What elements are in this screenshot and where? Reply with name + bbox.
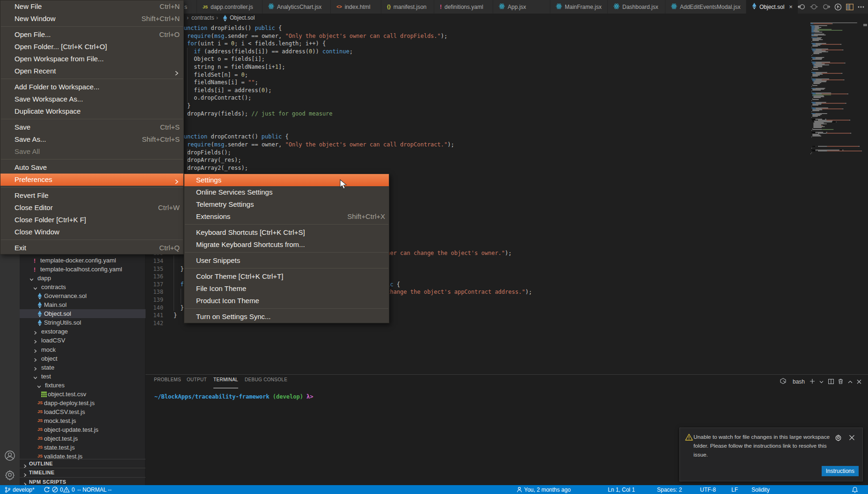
maximize-panel-icon[interactable]	[848, 378, 853, 386]
sidebar-section-timeline[interactable]: TIMELINE	[20, 468, 146, 477]
explorer-item-template-localhost.config.yaml[interactable]: !template-localhost.config.yaml	[20, 265, 146, 274]
status-warnings[interactable]: 0	[63, 485, 75, 494]
breadcrumb-item-file[interactable]: Object.sol	[230, 15, 255, 21]
more-actions-icon[interactable]	[858, 6, 864, 8]
explorer-item-Governance.sol[interactable]: Governance.sol	[20, 291, 146, 300]
notification-close-icon[interactable]	[849, 434, 855, 443]
run-circle-icon[interactable]	[834, 3, 842, 11]
terminal-prompt[interactable]: ~/BlockApps/traceability-framework (deve…	[154, 393, 314, 400]
submenu-item-keyboard-shortcuts-ctrl-k-ctrl-s[interactable]: Keyboard Shortcuts [Ctrl+K Ctrl+S]	[184, 226, 389, 239]
submenu-item-extensions[interactable]: ExtensionsShift+Ctrl+X	[184, 211, 389, 223]
menu-item-save-as[interactable]: Save As...Shift+Ctrl+S	[0, 133, 183, 145]
tab-dapp.controller.js[interactable]: JSdapp.controller.js	[197, 0, 263, 14]
explorer-item-exstorage[interactable]: exstorage	[20, 327, 146, 336]
status-encoding[interactable]: UTF-8	[700, 485, 716, 494]
status-cursor-position[interactable]: Ln 1, Col 1	[608, 485, 635, 494]
tab-manifest.json[interactable]: {}manifest.json	[381, 0, 434, 14]
menu-item-exit[interactable]: ExitCtrl+Q	[0, 242, 183, 254]
tab-Dashboard.jsx[interactable]: Dashboard.jsx	[608, 0, 665, 14]
notification-gear-icon[interactable]	[835, 434, 842, 443]
submenu-item-color-theme-ctrl-k-ctrl-t[interactable]: Color Theme [Ctrl+K Ctrl+T]	[184, 270, 389, 283]
nav-back-icon[interactable]	[798, 3, 806, 10]
tab-App.jsx[interactable]: App.jsx	[493, 0, 550, 14]
explorer-item-Object.sol[interactable]: Object.sol	[20, 309, 146, 318]
menu-item-duplicate-workspace[interactable]: Duplicate Workspace	[0, 105, 183, 117]
explorer-item-contracts[interactable]: contracts	[20, 283, 146, 291]
tab-AnalyticsChart.jsx[interactable]: AnalyticsChart.jsx	[263, 0, 331, 14]
submenu-item-telemetry-settings[interactable]: Telemetry Settings	[184, 198, 389, 211]
menu-item-close-folder-ctrl-k-f[interactable]: Close Folder [Ctrl+K F]	[0, 214, 183, 226]
split-terminal-icon[interactable]	[828, 378, 834, 386]
nav-stop-icon[interactable]	[810, 3, 818, 10]
explorer-item-object.test.csv[interactable]: object.test.csv	[20, 390, 146, 399]
explorer-item-mock[interactable]: mock	[20, 345, 146, 354]
explorer-item-dapp[interactable]: dapp	[20, 274, 146, 283]
account-icon[interactable]	[4, 450, 15, 463]
panel-tab-output[interactable]: OUTPUT	[187, 377, 207, 386]
explorer-item-fixtures[interactable]: fixtures	[20, 381, 146, 390]
explorer-item-object.test.js[interactable]: JSobject.test.js	[20, 434, 146, 443]
explorer-item-mock.test.js[interactable]: JSmock.test.js	[20, 416, 146, 425]
tab-definitions.yaml[interactable]: !definitions.yaml	[434, 0, 493, 14]
panel-tab-problems[interactable]: PROBLEMS	[154, 377, 181, 386]
tab-close-icon[interactable]: ×	[789, 4, 793, 10]
submenu-item-product-icon-theme[interactable]: Product Icon Theme	[184, 295, 389, 307]
sidebar-section-outline[interactable]: OUTLINE	[20, 459, 146, 468]
submenu-item-online-services-settings[interactable]: Online Services Settings	[184, 186, 389, 198]
tab-MainFrame.jsx[interactable]: MainFrame.jsx	[550, 0, 608, 14]
explorer-item-loadCSV.test.js[interactable]: JSloadCSV.test.js	[20, 407, 146, 416]
menu-item-save-workspace-as[interactable]: Save Workspace As...	[0, 93, 183, 105]
status-errors[interactable]: 0	[52, 485, 63, 494]
explorer-item-loadCSV[interactable]: loadCSV	[20, 336, 146, 345]
menu-item-open-recent[interactable]: Open Recent	[0, 65, 183, 77]
panel-tab-debug-console[interactable]: DEBUG CONSOLE	[245, 377, 287, 386]
explorer-item-StringUtils.sol[interactable]: StringUtils.sol	[20, 318, 146, 327]
menu-item-new-window[interactable]: New WindowShift+Ctrl+N	[0, 13, 183, 25]
new-terminal-icon[interactable]	[810, 378, 815, 386]
tab-index.html[interactable]: <>index.html	[331, 0, 381, 14]
split-editor-icon[interactable]	[846, 4, 853, 10]
breadcrumb[interactable]: dapp›contracts›Object.sol	[146, 14, 868, 22]
instructions-button[interactable]: Instructions	[822, 466, 859, 476]
status-blame[interactable]: You, 2 months ago	[517, 485, 571, 494]
terminal-dropdown-icon[interactable]	[819, 378, 824, 386]
status-eol[interactable]: LF	[731, 485, 738, 494]
explorer-item-object-update.test.js[interactable]: JSobject-update.test.js	[20, 425, 146, 434]
status-branch[interactable]: develop*	[5, 485, 35, 494]
submenu-item-settings[interactable]: Settings	[184, 174, 389, 186]
nav-forward-icon[interactable]	[822, 3, 830, 10]
menu-item-open-workspace-from-file[interactable]: Open Workspace from File...	[0, 53, 183, 65]
explorer-item-dapp-deploy.test.js[interactable]: JSdapp-deploy.test.js	[20, 399, 146, 407]
explorer-item-state.test.js[interactable]: JSstate.test.js	[20, 443, 146, 452]
explorer-item-template-docker.config.yaml[interactable]: !template-docker.config.yaml	[20, 256, 146, 265]
explorer-item-Main.sol[interactable]: Main.sol	[20, 300, 146, 309]
submenu-item-file-icon-theme[interactable]: File Icon Theme	[184, 283, 389, 295]
menu-item-auto-save[interactable]: Auto Save	[0, 161, 183, 174]
status-sync-icon[interactable]	[44, 485, 50, 494]
menu-item-preferences[interactable]: Preferences	[0, 174, 183, 186]
status-language[interactable]: Solidity	[751, 485, 770, 494]
menu-item-open-folder-ctrl-k-ctrl-o[interactable]: Open Folder... [Ctrl+K Ctrl+O]	[0, 41, 183, 53]
submenu-item-migrate-keyboard-shortcuts-from[interactable]: Migrate Keyboard Shortcuts from...	[184, 239, 389, 251]
sidebar-section-npm-scripts[interactable]: NPM SCRIPTS	[20, 477, 146, 486]
submenu-item-user-snippets[interactable]: User Snippets	[184, 254, 389, 267]
menu-item-new-file[interactable]: New FileCtrl+N	[0, 0, 183, 13]
menu-item-close-editor[interactable]: Close EditorCtrl+W	[0, 202, 183, 214]
menu-item-save[interactable]: SaveCtrl+S	[0, 121, 183, 133]
explorer-item-state[interactable]: state	[20, 363, 146, 372]
status-indentation[interactable]: Spaces: 2	[657, 485, 682, 494]
submenu-item-turn-on-settings-sync[interactable]: Turn on Settings Sync...	[184, 311, 389, 323]
breadcrumb-item-folder[interactable]: contracts	[191, 15, 214, 21]
kill-terminal-icon[interactable]	[838, 378, 843, 386]
shell-selector[interactable]: bash	[793, 378, 805, 385]
explorer-item-object[interactable]: object	[20, 354, 146, 363]
menu-item-open-file[interactable]: Open File...Ctrl+O	[0, 29, 183, 41]
menu-item-revert-file[interactable]: Revert File	[0, 189, 183, 202]
settings-gear-icon[interactable]	[4, 469, 15, 482]
minimap[interactable]	[810, 22, 862, 163]
status-notifications-bell-icon[interactable]	[852, 485, 858, 494]
tab-AddEditEventsModal.jsx[interactable]: AddEditEventsModal.jsx	[665, 0, 746, 14]
close-panel-icon[interactable]	[857, 378, 861, 386]
explorer-item-test[interactable]: test	[20, 372, 146, 381]
menu-item-close-window[interactable]: Close Window	[0, 226, 183, 238]
